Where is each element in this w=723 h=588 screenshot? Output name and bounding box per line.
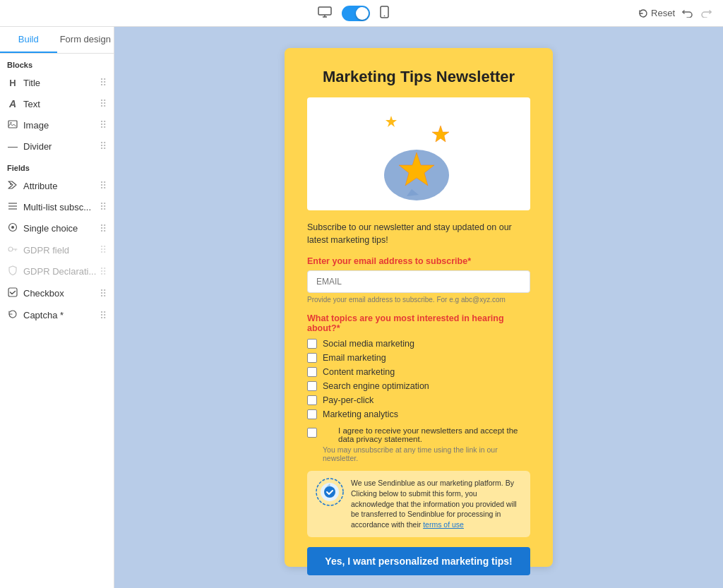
tab-build[interactable]: Build — [0, 27, 57, 53]
svg-point-7 — [10, 184, 11, 185]
sidebar-item-multilist[interactable]: Multi-list subsc... ⠿ — [0, 196, 114, 217]
checkbox-5[interactable] — [307, 409, 317, 419]
drag-handle-divider[interactable]: ⠿ — [100, 140, 107, 152]
reset-label: Reset — [651, 8, 675, 18]
email-hint: Provide your email address to subscribe.… — [307, 296, 530, 304]
drag-handle-gdpr-decl: ⠿ — [100, 266, 107, 277]
mobile-icon[interactable] — [380, 6, 389, 21]
device-switcher — [318, 6, 389, 21]
form-title: Marketing Tips Newsletter — [307, 68, 530, 86]
gdpr-decl-label: GDPR Declarati... — [23, 266, 96, 277]
topic-label-2: Content marketing — [323, 367, 395, 377]
svg-point-6 — [11, 122, 12, 124]
sidebar-item-gdpr-field: GDPR field ⠿ — [0, 239, 114, 260]
shield-icon — [7, 265, 18, 277]
title-icon: H — [7, 78, 18, 88]
checkbox-2[interactable] — [307, 367, 317, 377]
checkbox-label: Checkbox — [23, 288, 64, 299]
checkbox-4[interactable] — [307, 395, 317, 405]
singlechoice-label: Single choice — [23, 223, 78, 234]
terms-link[interactable]: terms of use — [423, 520, 464, 529]
gdpr-text: I agree to receive your newsletters and … — [338, 426, 530, 443]
gdpr-checkbox[interactable] — [307, 428, 317, 438]
drag-handle-multilist[interactable]: ⠿ — [100, 201, 107, 212]
text-icon: A — [7, 98, 18, 109]
image-icon — [7, 119, 18, 131]
topic-label-1: Email marketing — [323, 353, 386, 363]
topic-label-4: Pay-per-click — [323, 395, 374, 405]
form-image — [307, 97, 530, 210]
checkbox-0[interactable] — [307, 339, 317, 349]
form-description: Subscribe to our newsletter and stay upd… — [307, 222, 530, 246]
captcha-label: Captcha * — [23, 310, 64, 320]
undo-button[interactable] — [682, 6, 693, 20]
desktop-icon[interactable] — [318, 6, 332, 20]
circle-icon — [7, 222, 18, 234]
captcha-icon — [7, 309, 18, 321]
checkbox-1[interactable] — [307, 353, 317, 363]
topic-item-4: Pay-per-click — [307, 395, 530, 405]
sidebar-item-gdpr-decl: GDPR Declarati... ⠿ — [0, 260, 114, 282]
submit-button[interactable]: Yes, I want personalized marketing tips! — [307, 547, 530, 575]
topic-item-3: Search engine optimization — [307, 381, 530, 391]
top-bar-actions: Reset — [638, 6, 712, 20]
stars-svg — [373, 104, 465, 203]
drag-handle-singlechoice[interactable]: ⠿ — [100, 223, 107, 234]
title-label: Title — [23, 78, 40, 88]
sidebar-item-text[interactable]: A Text ⠿ — [0, 93, 114, 114]
svg-point-13 — [8, 247, 13, 251]
drag-handle-captcha[interactable]: ⠿ — [100, 310, 107, 321]
drag-handle-checkbox[interactable]: ⠿ — [100, 288, 107, 299]
brevo-text: We use Sendinblue as our marketing platf… — [351, 478, 522, 529]
gdpr-field-label: GDPR field — [23, 245, 69, 256]
list-icon — [7, 201, 18, 212]
main-area: Build Form design Blocks H Title ⠿ A Tex… — [0, 27, 723, 588]
topic-item-0: Social media marketing — [307, 339, 530, 349]
preview-toggle[interactable] — [342, 6, 370, 21]
top-bar: Reset — [0, 0, 723, 27]
attribute-label: Attribute — [23, 181, 57, 191]
gdpr-section: I agree to receive your newsletters and … — [307, 426, 530, 462]
checkbox-3[interactable] — [307, 381, 317, 391]
sidebar-item-title[interactable]: H Title ⠿ — [0, 72, 114, 93]
drag-handle-gdpr-field: ⠿ — [100, 244, 107, 256]
topic-item-5: Marketing analytics — [307, 409, 530, 419]
drag-handle-text[interactable]: ⠿ — [100, 98, 107, 109]
drag-handle-attribute[interactable]: ⠿ — [100, 180, 107, 191]
sidebar-tabs: Build Form design — [0, 27, 114, 54]
key-icon — [7, 244, 18, 256]
text-label: Text — [23, 99, 40, 109]
sidebar-item-divider[interactable]: — Divider ⠿ — [0, 136, 114, 157]
tab-form-design[interactable]: Form design — [57, 27, 114, 53]
fields-label: Fields — [0, 157, 114, 175]
sidebar-item-image[interactable]: Image ⠿ — [0, 114, 114, 136]
svg-point-4 — [383, 15, 385, 16]
drag-handle-title[interactable]: ⠿ — [100, 77, 107, 88]
topics-label: What topics are you most interested in h… — [307, 313, 530, 333]
svg-rect-0 — [318, 7, 331, 15]
topic-label-5: Marketing analytics — [323, 409, 398, 419]
sidebar-item-singlechoice[interactable]: Single choice ⠿ — [0, 217, 114, 239]
drag-handle-image[interactable]: ⠿ — [100, 119, 107, 131]
reset-button[interactable]: Reset — [638, 8, 675, 18]
email-label: Enter your email address to subscribe* — [307, 256, 530, 266]
topic-label-0: Social media marketing — [323, 339, 414, 349]
sidebar-item-attribute[interactable]: Attribute ⠿ — [0, 175, 114, 196]
svg-marker-21 — [386, 116, 397, 127]
sidebar-item-checkbox[interactable]: Checkbox ⠿ — [0, 282, 114, 304]
topic-label-3: Search engine optimization — [323, 381, 429, 391]
redo-button[interactable] — [700, 6, 712, 20]
image-label: Image — [23, 120, 49, 131]
form-card: Marketing Tips Newsletter — [285, 48, 553, 567]
blocks-label: Blocks — [0, 54, 114, 72]
divider-label: Divider — [23, 141, 52, 152]
email-input[interactable] — [307, 270, 530, 293]
topic-item-1: Email marketing — [307, 353, 530, 363]
tag-icon — [7, 180, 18, 191]
topic-item-2: Content marketing — [307, 367, 530, 377]
check-icon — [7, 287, 18, 299]
sidebar-item-captcha[interactable]: Captcha * ⠿ — [0, 304, 114, 326]
svg-point-24 — [324, 486, 335, 498]
multilist-label: Multi-list subsc... — [23, 202, 91, 212]
sidebar: Build Form design Blocks H Title ⠿ A Tex… — [0, 27, 114, 588]
